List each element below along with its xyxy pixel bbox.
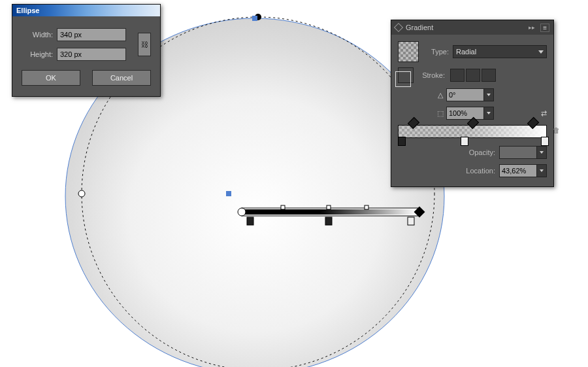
- stroke-mode-1[interactable]: [450, 69, 465, 82]
- width-input[interactable]: [57, 28, 126, 41]
- location-label: Location:: [466, 167, 495, 175]
- aspect-dropdown[interactable]: [483, 107, 494, 120]
- chevron-down-icon: [538, 50, 544, 54]
- gradient-type-value: Radial: [456, 48, 476, 56]
- anchor-top[interactable]: [252, 16, 257, 21]
- annotator-stop-1[interactable]: [247, 217, 253, 225]
- color-stop-1[interactable]: [398, 137, 406, 146]
- annotator-stop-3[interactable]: [408, 217, 414, 225]
- aspect-input[interactable]: 100%: [446, 107, 484, 120]
- link-dimensions-button[interactable]: ⛓: [138, 33, 151, 56]
- ok-button[interactable]: OK: [22, 70, 80, 86]
- annotator-origin[interactable]: [238, 208, 246, 216]
- link-icon: ⛓: [141, 41, 148, 48]
- aspect-icon: ⬚: [434, 109, 446, 118]
- angle-dropdown[interactable]: [483, 88, 494, 101]
- annotator-stop-2[interactable]: [325, 217, 332, 225]
- delete-stop-icon[interactable]: 🗑: [553, 126, 560, 134]
- collapse-icon[interactable]: ▸▸: [529, 24, 535, 31]
- height-label: Height:: [22, 50, 53, 58]
- gradient-fill-swatch[interactable]: [398, 41, 419, 62]
- handle-left[interactable]: [78, 190, 85, 197]
- gradient-panel: Gradient ▸▸ ≡ Type: Radial Stroke: △ 0°: [391, 20, 554, 187]
- ok-button-label: OK: [46, 74, 56, 82]
- gradient-ramp[interactable]: 🗑: [398, 125, 547, 138]
- stroke-label: Stroke:: [420, 71, 445, 79]
- opacity-label: Opacity:: [469, 149, 495, 156]
- annotator-handle-3[interactable]: [365, 205, 368, 209]
- location-input[interactable]: 43,62%: [499, 164, 537, 177]
- reverse-gradient-icon[interactable]: ⇄: [541, 109, 547, 118]
- stroke-mode-2[interactable]: [466, 69, 480, 82]
- height-input[interactable]: [57, 48, 126, 61]
- color-stop-3[interactable]: [541, 137, 549, 146]
- opacity-input[interactable]: [499, 146, 537, 159]
- color-stop-2[interactable]: [461, 137, 468, 146]
- gradient-type-select[interactable]: Radial: [453, 45, 547, 58]
- annotator-handle-1[interactable]: [281, 205, 285, 209]
- angle-icon: △: [434, 91, 446, 99]
- selection-center[interactable]: [226, 191, 231, 196]
- location-dropdown[interactable]: [536, 164, 547, 177]
- cancel-button-label: Cancel: [110, 74, 133, 82]
- gradient-stroke-swatch[interactable]: [398, 67, 414, 83]
- ellipse-dialog: Ellipse Width: Height: ⛓ OK Cancel: [12, 4, 161, 97]
- angle-input[interactable]: 0°: [446, 88, 484, 101]
- panel-menu-icon[interactable]: ≡: [540, 24, 549, 32]
- width-label: Width:: [22, 31, 53, 39]
- gradient-tab-label[interactable]: Gradient: [406, 24, 433, 31]
- svg-rect-1: [243, 209, 417, 215]
- stroke-mode-3[interactable]: [482, 69, 496, 82]
- ellipse-dialog-title[interactable]: Ellipse: [12, 5, 160, 16]
- type-label: Type:: [425, 48, 449, 56]
- gradient-tab-icon: [394, 23, 403, 32]
- annotator-handle-2[interactable]: [327, 205, 331, 209]
- cancel-button[interactable]: Cancel: [92, 70, 151, 86]
- gradient-panel-tabbar[interactable]: Gradient ▸▸ ≡: [391, 20, 553, 35]
- opacity-dropdown[interactable]: [536, 146, 547, 159]
